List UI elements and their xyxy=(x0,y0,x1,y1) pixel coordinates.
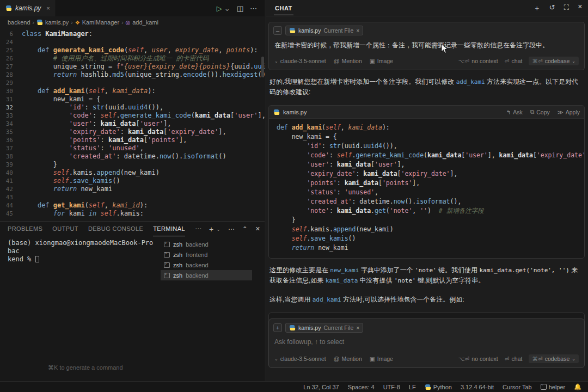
editor-code-line[interactable]: 35 'expiry_date': kami_data['expiry_date… xyxy=(0,128,265,136)
chat-history-icon[interactable]: ↺ xyxy=(549,3,555,13)
shortcut-no-context[interactable]: ⌥⏎no context xyxy=(458,58,498,64)
assistant-paragraph: 好的,我理解您想在新增卡密时添加一个备注字段。我们可以修改 add_kami 方… xyxy=(266,70,588,100)
status-python-interpreter[interactable]: 3.12.4 64-bit xyxy=(461,384,494,390)
editor-more-icon[interactable]: ⋯ xyxy=(250,4,257,13)
editor-code-line[interactable]: 32 'id': str(uuid.uuid4()), xyxy=(0,103,265,112)
chip-close-icon[interactable]: × xyxy=(356,27,359,34)
editor-code-line[interactable]: 24 xyxy=(0,38,265,46)
editor-code-line[interactable]: 27 unique_string = f"{user}{expiry_date}… xyxy=(0,63,265,71)
editor-code-line[interactable]: 37 'status': 'unused', xyxy=(0,144,265,152)
status-language-mode[interactable]: Python xyxy=(425,384,452,390)
shortcut-codebase[interactable]: ⌘⏎codebase⌄ xyxy=(529,354,579,363)
run-button[interactable]: ▷ xyxy=(217,4,222,13)
model-selector[interactable]: ⌄claude-3.5-sonnet xyxy=(274,58,326,64)
notifications-bell-icon[interactable]: 🔔 xyxy=(574,383,581,390)
editor-code-line[interactable]: 31 new_kami = { xyxy=(0,95,265,103)
terminal-list-item[interactable]: zshfrontend xyxy=(161,249,252,260)
new-terminal-icon[interactable]: + xyxy=(209,225,213,234)
add-context-button[interactable]: + xyxy=(273,323,282,332)
terminal-icon xyxy=(164,242,170,247)
editor-code-line[interactable]: 25 def generate_kami_code(self, user, ex… xyxy=(0,46,265,54)
editor-code-line[interactable]: 28 return hashlib.md5(unique_string.enco… xyxy=(0,71,265,79)
breadcrumb-folder[interactable]: backend xyxy=(8,19,30,26)
code-editor[interactable]: 6class KamiManager:2425 def generate_kam… xyxy=(0,28,265,221)
panel-close-icon[interactable]: ✕ xyxy=(255,225,260,232)
editor-code-line[interactable]: 45 for kami in self.kamis: xyxy=(0,210,265,218)
text-segment: 这里的修改主要是在 xyxy=(270,266,330,274)
tab-label: kamis.py xyxy=(15,4,41,12)
chip-close-icon[interactable]: × xyxy=(356,324,359,331)
line-number: 26 xyxy=(0,54,22,63)
run-dropdown-icon[interactable]: ⌄ xyxy=(224,4,230,13)
shortcut-chat[interactable]: ⏎chat xyxy=(505,356,523,362)
editor-code-line[interactable]: 40 self.kamis.append(new_kami) xyxy=(0,169,265,177)
breadcrumb-file[interactable]: kamis.py xyxy=(45,19,69,26)
code-block-code[interactable]: def add_kami(self, kami_data): new_kami … xyxy=(269,119,584,258)
editor-code-line[interactable]: 34 'user': kami_data['user'], xyxy=(0,120,265,128)
editor-code-line[interactable]: 42 return new_kami xyxy=(0,185,265,193)
tab-kamis-py[interactable]: kamis.py × xyxy=(0,0,56,16)
tab-close-icon[interactable]: × xyxy=(46,5,50,11)
shortcut-keys: ⏎ xyxy=(505,58,510,64)
context-chip[interactable]: kamis.py Current File × xyxy=(285,26,363,35)
image-button[interactable]: ▣Image xyxy=(370,356,393,362)
chat-expand-icon[interactable]: ⛶ xyxy=(564,3,569,13)
status-cursor-position[interactable]: Ln 32, Col 37 xyxy=(303,384,339,390)
code-line: self.save_kamis() xyxy=(277,234,584,243)
status-helper[interactable]: helper xyxy=(541,384,566,390)
editor-pane: kamis.py × ▷ ⌄ ◫ ⋯ backend › kamis.py › … xyxy=(0,0,265,381)
editor-code-line[interactable]: 29 xyxy=(0,79,265,87)
collapse-context-button[interactable]: – xyxy=(273,26,282,35)
image-button[interactable]: ▣Image xyxy=(370,58,393,64)
panel-tabs-more-icon[interactable]: ⋯ xyxy=(195,222,201,236)
panel-tab-terminal[interactable]: TERMINAL xyxy=(153,222,185,236)
status-eol[interactable]: LF xyxy=(409,384,416,390)
line-number: 34 xyxy=(0,120,22,128)
apply-button[interactable]: ≫Apply xyxy=(558,108,580,115)
line-number: 29 xyxy=(0,79,22,87)
editor-code-line[interactable]: 30 def add_kami(self, kami_data): xyxy=(0,87,265,95)
status-cursor-tab[interactable]: Cursor Tab xyxy=(503,384,532,390)
mention-button[interactable]: @Mention xyxy=(334,356,362,362)
editor-code-line[interactable]: 39 } xyxy=(0,161,265,169)
status-encoding[interactable]: UTF-8 xyxy=(383,384,400,390)
editor-code-line[interactable]: 33 'code': self.generate_kami_code(kami_… xyxy=(0,112,265,120)
terminal-list-item[interactable]: zshbackend xyxy=(161,260,252,270)
editor-code-line[interactable]: 44 def get_kami(self, kami_id): xyxy=(0,201,265,210)
shortcut-codebase[interactable]: ⌘⏎codebase⌄ xyxy=(529,57,579,65)
panel-tab-debug-console[interactable]: DEBUG CONSOLE xyxy=(88,222,143,236)
panel-tab-problems[interactable]: PROBLEMS xyxy=(8,222,42,236)
new-chat-icon[interactable]: ＋ xyxy=(534,3,541,13)
editor-scrollbar[interactable] xyxy=(261,57,264,77)
shortcut-keys: ⌥⏎ xyxy=(458,58,469,64)
chat-close-icon[interactable]: ✕ xyxy=(578,3,583,13)
tab-chat[interactable]: CHAT xyxy=(274,1,293,15)
mention-button[interactable]: @Mention xyxy=(334,58,362,64)
editor-code-line[interactable]: 43 xyxy=(0,193,265,201)
shortcut-keys: ⏎ xyxy=(505,356,510,362)
terminal-dropdown-icon[interactable]: ⌄ xyxy=(216,226,220,232)
split-editor-icon[interactable]: ◫ xyxy=(237,4,243,13)
model-selector[interactable]: ⌄claude-3.5-sonnet xyxy=(274,356,326,362)
panel-more-icon[interactable]: ⋯ xyxy=(228,225,235,233)
ask-button[interactable]: ↰Ask xyxy=(506,108,522,115)
editor-code-line[interactable]: 36 'points': kami_data['points'], xyxy=(0,136,265,144)
chat-input[interactable]: Ask followup, ↑ to select xyxy=(273,333,580,353)
panel-tab-output[interactable]: OUTPUT xyxy=(52,222,78,236)
terminal-output[interactable]: (base) xiongmao@xiongmaodeMacBook-Pro ba… xyxy=(8,239,157,264)
terminal-list-item[interactable]: zshbackend xyxy=(161,270,252,280)
panel-maximize-icon[interactable]: ⌃ xyxy=(242,225,248,233)
helper-icon xyxy=(541,384,547,390)
shortcut-chat[interactable]: ⏎chat xyxy=(505,58,523,64)
shortcut-no-context[interactable]: ⌥⏎no context xyxy=(458,356,498,362)
context-chip[interactable]: kamis.py Current File × xyxy=(285,323,363,333)
breadcrumb-method[interactable]: add_kami xyxy=(132,19,158,26)
status-indentation[interactable]: Spaces: 4 xyxy=(348,384,375,390)
editor-code-line[interactable]: 41 self.save_kamis() xyxy=(0,177,265,185)
editor-code-line[interactable]: 38 'created_at': datetime.now().isoforma… xyxy=(0,152,265,161)
breadcrumb-class[interactable]: KamiManager xyxy=(82,19,119,26)
editor-code-line[interactable]: 6class KamiManager: xyxy=(0,30,265,38)
terminal-list-item[interactable]: zshbackend xyxy=(161,239,252,249)
editor-code-line[interactable]: 26 # 使用用户名、过期时间和积分生成唯一 的卡密代码 xyxy=(0,54,265,63)
copy-button[interactable]: ⧉Copy xyxy=(530,108,550,115)
